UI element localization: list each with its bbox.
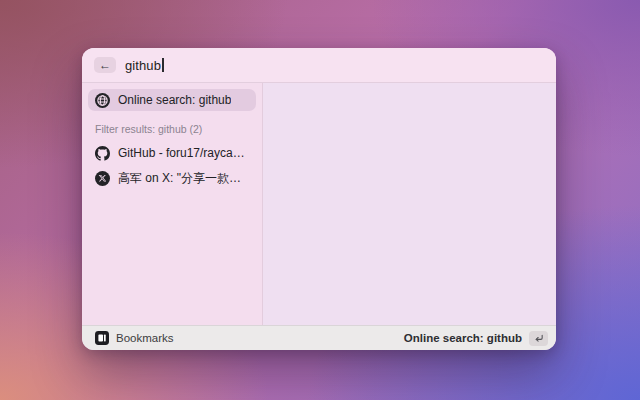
list-item-online-search[interactable]: Online search: github bbox=[88, 89, 256, 111]
list-item-github-repo[interactable]: GitHub - foru17/raycast-hoarder… bbox=[88, 142, 256, 164]
list-item-label: Online search: github bbox=[118, 93, 231, 107]
list-item-label: GitHub - foru17/raycast-hoarder… bbox=[118, 146, 249, 160]
list-item-label: 高军 on X: "分享一款颇为实用的… bbox=[118, 170, 249, 187]
back-button[interactable]: ← bbox=[94, 57, 116, 73]
github-icon bbox=[95, 146, 110, 161]
globe-icon bbox=[95, 93, 110, 108]
search-input[interactable]: github bbox=[125, 58, 544, 73]
search-input-value: github bbox=[125, 58, 161, 73]
results-list: Online search: github Filter results: gi… bbox=[82, 83, 263, 325]
footer-source-label: Bookmarks bbox=[116, 332, 174, 344]
main-area: Online search: github Filter results: gi… bbox=[82, 83, 556, 325]
primary-action-button[interactable]: Online search: github bbox=[404, 331, 548, 346]
detail-pane bbox=[263, 83, 556, 325]
enter-keycap bbox=[529, 331, 548, 346]
primary-action-label: Online search: github bbox=[404, 332, 522, 344]
launcher-window: ← github Online search: github Filter re… bbox=[82, 48, 556, 350]
x-logo-icon bbox=[95, 171, 110, 186]
return-arrow-icon bbox=[533, 333, 544, 344]
footer-source: Bookmarks bbox=[95, 331, 174, 345]
list-item-x-post[interactable]: 高军 on X: "分享一款颇为实用的… bbox=[88, 167, 256, 189]
search-bar: ← github bbox=[82, 48, 556, 83]
footer-bar: Bookmarks Online search: github bbox=[82, 325, 556, 350]
section-header: Filter results: github (2) bbox=[88, 114, 256, 142]
text-cursor bbox=[162, 58, 164, 72]
bookmarks-app-icon bbox=[95, 331, 109, 345]
arrow-left-icon: ← bbox=[99, 59, 111, 71]
